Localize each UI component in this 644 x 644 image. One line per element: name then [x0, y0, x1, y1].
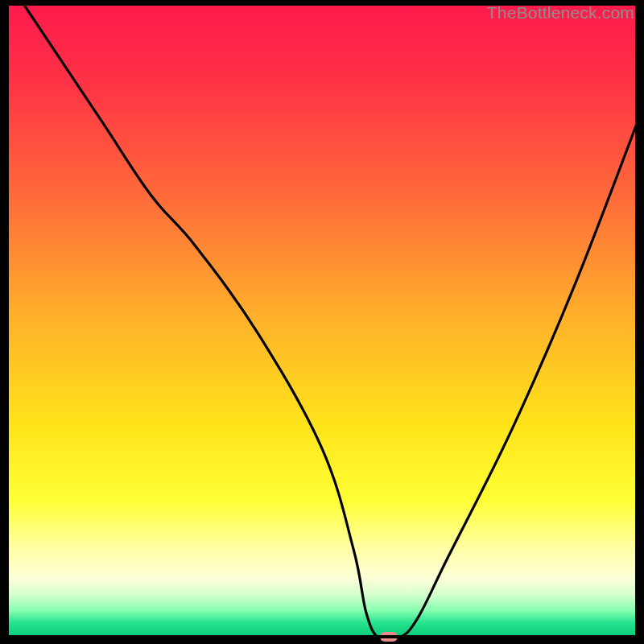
y-axis-right	[635, 6, 638, 638]
x-axis	[6, 635, 638, 638]
watermark-text: TheBottleneck.com	[487, 3, 634, 23]
chart-container: TheBottleneck.com	[0, 0, 644, 644]
y-axis-left	[6, 6, 9, 638]
plot-area	[6, 6, 638, 638]
bottleneck-curve	[6, 6, 638, 638]
